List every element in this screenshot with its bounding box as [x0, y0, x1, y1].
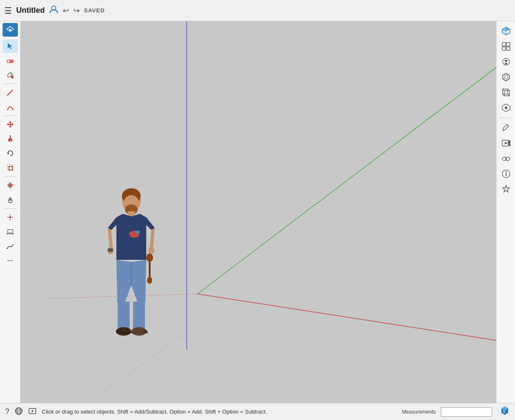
- tool-extension[interactable]: [3, 23, 18, 37]
- right-tool-alt[interactable]: [499, 101, 513, 114]
- svg-rect-53: [149, 262, 150, 279]
- tool-move[interactable]: [3, 118, 18, 131]
- svg-point-45: [124, 195, 139, 212]
- right-tool-extensions[interactable]: [499, 183, 513, 196]
- tool-select[interactable]: [3, 39, 18, 53]
- svg-line-41: [46, 294, 197, 299]
- svg-marker-13: [7, 121, 14, 128]
- tool-point[interactable]: [3, 210, 18, 224]
- app-title: Untitled: [16, 6, 45, 15]
- svg-point-11: [7, 109, 8, 110]
- right-tool-styles[interactable]: [499, 55, 513, 68]
- right-tool-views-cube[interactable]: [499, 25, 513, 37]
- globe-icon[interactable]: [14, 407, 23, 417]
- svg-point-24: [12, 170, 13, 171]
- left-toolbar: ···: [0, 21, 20, 403]
- svg-point-37: [6, 248, 8, 249]
- sep4: [4, 208, 17, 209]
- svg-rect-60: [108, 248, 113, 252]
- saved-label: SAVED: [84, 7, 105, 14]
- svg-text:S: S: [503, 410, 505, 413]
- svg-rect-47: [128, 211, 135, 217]
- tool-pushpull[interactable]: [3, 132, 18, 146]
- svg-line-9: [8, 90, 13, 95]
- canvas-svg: [20, 21, 496, 403]
- svg-rect-67: [502, 47, 506, 50]
- right-sep1: [500, 118, 512, 118]
- svg-point-22: [12, 166, 13, 167]
- human-figure: [104, 187, 159, 345]
- svg-point-21: [8, 166, 9, 167]
- svg-rect-68: [506, 47, 510, 50]
- cursor-icon: [28, 407, 37, 417]
- svg-point-94: [505, 172, 506, 173]
- right-tool-hex[interactable]: [499, 71, 513, 83]
- svg-marker-17: [9, 135, 11, 136]
- svg-rect-57: [133, 302, 145, 329]
- tool-orbit[interactable]: [3, 178, 18, 192]
- svg-marker-63: [506, 27, 510, 31]
- help-icon[interactable]: ?: [5, 407, 9, 416]
- svg-marker-84: [505, 142, 508, 144]
- tool-arc[interactable]: [3, 100, 18, 114]
- right-toolbar: [496, 21, 515, 403]
- tool-pan[interactable]: [3, 193, 18, 207]
- right-tool-3d[interactable]: [499, 86, 513, 99]
- svg-point-58: [116, 327, 131, 336]
- measurements-label: Measurements: [402, 409, 436, 415]
- svg-marker-71: [503, 73, 509, 81]
- menu-icon[interactable]: ☰: [4, 6, 12, 16]
- right-tool-edit[interactable]: [499, 121, 513, 134]
- right-tool-standard-views[interactable]: [499, 40, 513, 53]
- redo-button[interactable]: ↪: [73, 6, 80, 15]
- svg-point-102: [32, 410, 33, 412]
- svg-marker-2: [8, 43, 12, 49]
- svg-line-42: [97, 332, 187, 396]
- svg-point-28: [9, 216, 11, 219]
- right-tool-animation[interactable]: [499, 137, 513, 150]
- svg-point-54: [147, 277, 152, 284]
- tool-eraser[interactable]: [3, 54, 18, 67]
- svg-point-48: [129, 231, 139, 238]
- svg-point-10: [7, 95, 8, 96]
- svg-marker-18: [8, 152, 9, 155]
- svg-rect-14: [8, 139, 12, 141]
- sep1: [4, 83, 17, 84]
- right-tool-info[interactable]: [499, 167, 513, 180]
- svg-rect-19: [9, 167, 12, 170]
- svg-rect-20: [7, 165, 12, 170]
- svg-rect-6: [7, 60, 10, 63]
- tool-freehand[interactable]: [3, 239, 18, 253]
- svg-line-39: [197, 60, 496, 294]
- svg-point-49: [135, 230, 140, 234]
- svg-rect-66: [506, 43, 510, 46]
- status-bar: ? Click or drag to select objects. Shift…: [0, 403, 515, 420]
- svg-point-80: [505, 106, 507, 109]
- svg-point-23: [8, 170, 9, 171]
- tool-line[interactable]: [3, 86, 18, 99]
- tool-paint[interactable]: [3, 68, 18, 82]
- sep2: [4, 115, 17, 116]
- svg-marker-72: [504, 75, 508, 79]
- tool-dimension[interactable]: [3, 225, 18, 239]
- svg-line-40: [197, 294, 496, 346]
- svg-point-43: [122, 190, 141, 212]
- svg-point-50: [107, 247, 113, 254]
- tool-scale[interactable]: [3, 161, 18, 175]
- tool-rotate[interactable]: [3, 147, 18, 160]
- sketchup-logo: S: [500, 406, 510, 418]
- right-tool-vr[interactable]: [499, 152, 513, 165]
- canvas-area[interactable]: [20, 21, 496, 403]
- header: ☰ Untitled ↩ ↪ SAVED: [0, 0, 515, 21]
- svg-marker-15: [8, 138, 12, 139]
- svg-rect-33: [8, 230, 13, 233]
- svg-line-81: [507, 124, 509, 126]
- tool-more[interactable]: ···: [3, 254, 18, 268]
- svg-point-59: [131, 327, 147, 336]
- svg-rect-65: [502, 43, 506, 46]
- svg-point-51: [148, 247, 154, 254]
- user-icon[interactable]: [49, 5, 58, 16]
- measurements-input[interactable]: [441, 407, 492, 417]
- sep3: [4, 176, 17, 177]
- undo-button[interactable]: ↩: [63, 6, 69, 15]
